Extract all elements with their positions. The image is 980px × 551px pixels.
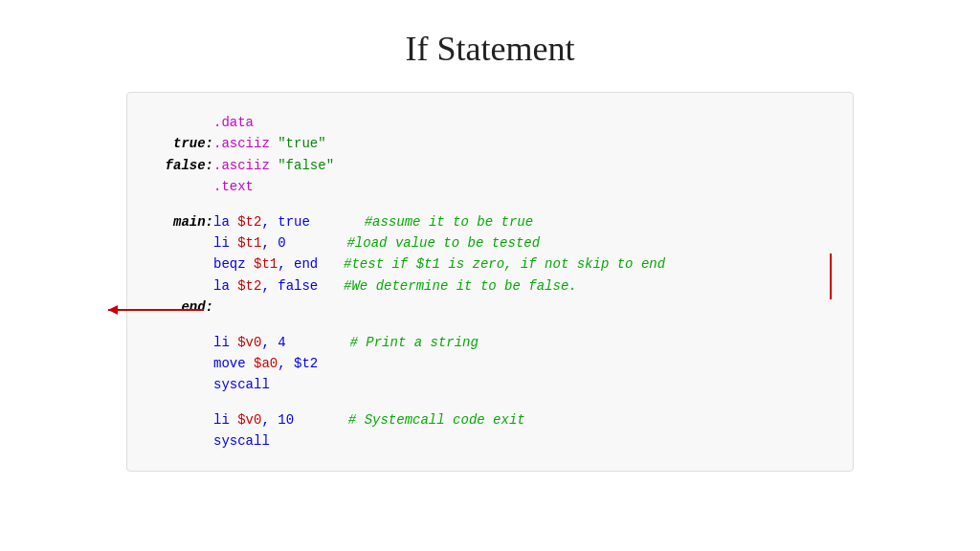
code-false: .asciiz "false": [213, 155, 824, 176]
instr-rest-3: , end: [278, 256, 318, 272]
label-end: end:: [146, 297, 213, 318]
label-empty: [146, 112, 213, 133]
instr-rest-4: , false: [261, 278, 318, 294]
line-false: false: .asciiz "false": [146, 155, 824, 176]
label-end-1: [146, 332, 213, 353]
instr-rest-6: , $t2: [278, 356, 318, 371]
instr-li-2: li: [213, 335, 237, 350]
instr-beqz: beqz: [213, 256, 254, 272]
string-true: "true": [278, 136, 325, 151]
comment-6: # Systemcall code exit: [348, 412, 525, 428]
instr-rest-7: , 10: [261, 412, 294, 428]
line-text: .text: [146, 176, 824, 197]
var-t2-2: $t2: [237, 278, 261, 294]
label-false: false:: [146, 155, 213, 176]
line-main-2: li $t1, 0 #load value to be tested: [146, 232, 824, 253]
arrow-vertical: [824, 253, 837, 303]
code-main-1: la $t2, true #assume it to be true: [213, 211, 824, 232]
instr-li-1: li: [213, 235, 237, 251]
label-final-1: [146, 409, 213, 430]
spacer2: [146, 319, 824, 332]
directive-asciiz-false: .asciiz: [213, 158, 278, 173]
label-true: true:: [146, 133, 213, 154]
label-main-3: [146, 253, 213, 275]
code-data: .data: [213, 112, 824, 133]
comment-4: #We determine it to be false.: [344, 278, 577, 294]
instr-syscall-1: syscall: [213, 377, 270, 392]
comment-3: #test if $t1 is zero, if not skip to end: [344, 256, 665, 272]
var-v0-1: $v0: [237, 335, 261, 350]
var-a0: $a0: [254, 356, 278, 371]
label-text-empty: [146, 176, 213, 197]
var-t2-1: $t2: [237, 214, 261, 230]
code-end-1: li $v0, 4 # Print a string: [213, 332, 824, 353]
instr-la-2: la: [213, 278, 237, 294]
comment-5: # Print a string: [349, 335, 478, 350]
code-end-3: syscall: [213, 374, 824, 395]
svg-marker-2: [108, 305, 118, 315]
line-main-4: la $t2, false #We determine it to be fal…: [146, 276, 824, 297]
comment-2: #load value to be tested: [346, 235, 540, 251]
code-end-2: move $a0, $t2: [213, 353, 824, 374]
label-end-3: [146, 374, 213, 395]
var-v0-2: $v0: [237, 412, 261, 428]
line-end-label: end:: [146, 297, 824, 318]
spacer3: [146, 396, 824, 409]
line-true: true: .asciiz "true": [146, 133, 824, 154]
line-end-2: move $a0, $t2: [146, 353, 824, 374]
spacer1: [146, 198, 824, 211]
code-main-4: la $t2, false #We determine it to be fal…: [213, 276, 824, 297]
arrow-horizontal: [99, 300, 213, 320]
line-data: .data: [146, 112, 824, 133]
code-block: .data true: .asciiz "true" false: .ascii…: [126, 92, 854, 472]
instr-rest-2: , 0: [261, 235, 285, 251]
instr-li-3: li: [213, 412, 237, 428]
instr-rest-5: , 4: [261, 335, 285, 350]
page-title: If Statement: [406, 29, 575, 69]
label-main: main:: [146, 211, 213, 232]
label-final-2: [146, 430, 213, 452]
instr-la-1: la: [213, 214, 237, 230]
code-end-empty: [213, 297, 824, 318]
code-final-2: syscall: [213, 430, 824, 452]
directive-text: .text: [213, 179, 254, 194]
line-end-1: li $v0, 4 # Print a string: [146, 332, 824, 353]
instr-move: move: [213, 356, 254, 371]
label-end-2: [146, 353, 213, 374]
instr-syscall-2: syscall: [213, 433, 270, 449]
var-t1-2: $t1: [254, 256, 278, 272]
code-main-2: li $t1, 0 #load value to be tested: [213, 232, 824, 253]
code-final-1: li $v0, 10 # Systemcall code exit: [213, 409, 824, 430]
line-main-3: beqz $t1, end #test if $t1 is zero, if n…: [146, 253, 824, 275]
code-main-3: beqz $t1, end #test if $t1 is zero, if n…: [213, 253, 824, 275]
code-text: .text: [213, 176, 824, 197]
line-end-3: syscall: [146, 374, 824, 395]
directive-asciiz-true: .asciiz: [213, 136, 278, 151]
label-main-2: [146, 232, 213, 253]
label-main-4: [146, 276, 213, 297]
line-main-1: main: la $t2, true #assume it to be true: [146, 211, 824, 232]
comment-1: #assume it to be true: [365, 214, 533, 230]
var-t1-1: $t1: [237, 235, 261, 251]
code-true: .asciiz "true": [213, 133, 824, 154]
instr-rest-1: , true: [261, 214, 309, 230]
line-final-2: syscall: [146, 430, 824, 452]
directive-data: .data: [213, 115, 254, 130]
string-false: "false": [278, 158, 334, 173]
line-final-1: li $v0, 10 # Systemcall code exit: [146, 409, 824, 430]
